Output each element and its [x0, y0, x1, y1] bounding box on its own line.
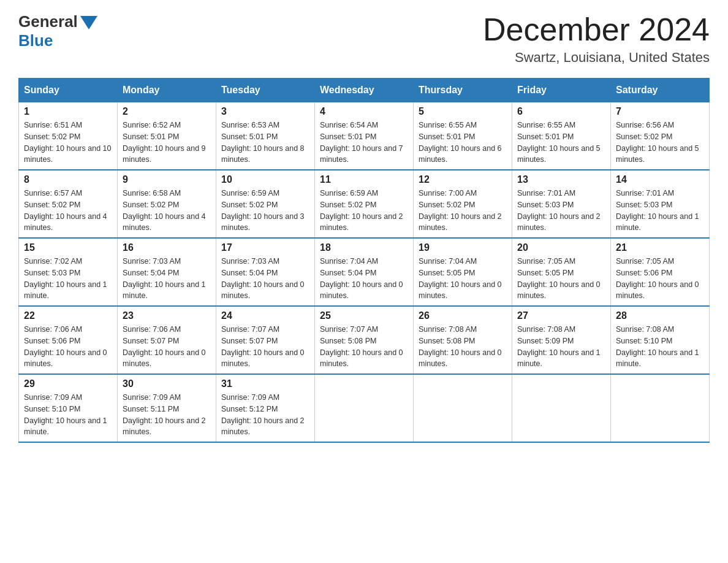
day-cell: 24Sunrise: 7:07 AMSunset: 5:07 PMDayligh… — [216, 306, 315, 374]
day-cell: 4Sunrise: 6:54 AMSunset: 5:01 PMDaylight… — [315, 102, 414, 170]
day-number: 13 — [517, 174, 605, 185]
day-number: 5 — [419, 106, 507, 117]
day-header-wednesday: Wednesday — [315, 79, 414, 102]
day-number: 16 — [123, 242, 211, 253]
day-info: Sunrise: 6:52 AMSunset: 5:01 PMDaylight:… — [123, 120, 211, 166]
week-row-2: 8Sunrise: 6:57 AMSunset: 5:02 PMDaylight… — [19, 170, 710, 238]
day-cell: 14Sunrise: 7:01 AMSunset: 5:03 PMDayligh… — [611, 170, 710, 238]
day-number: 18 — [320, 242, 408, 253]
day-header-sunday: Sunday — [19, 79, 118, 102]
day-info: Sunrise: 7:09 AMSunset: 5:10 PMDaylight:… — [24, 392, 112, 438]
day-cell: 20Sunrise: 7:05 AMSunset: 5:05 PMDayligh… — [512, 238, 611, 306]
day-info: Sunrise: 7:00 AMSunset: 5:02 PMDaylight:… — [419, 188, 507, 234]
day-header-friday: Friday — [512, 79, 611, 102]
day-number: 23 — [123, 310, 211, 321]
week-row-1: 1Sunrise: 6:51 AMSunset: 5:02 PMDaylight… — [19, 102, 710, 170]
day-cell: 18Sunrise: 7:04 AMSunset: 5:04 PMDayligh… — [315, 238, 414, 306]
day-cell: 29Sunrise: 7:09 AMSunset: 5:10 PMDayligh… — [19, 374, 118, 442]
day-cell: 17Sunrise: 7:03 AMSunset: 5:04 PMDayligh… — [216, 238, 315, 306]
day-cell: 28Sunrise: 7:08 AMSunset: 5:10 PMDayligh… — [611, 306, 710, 374]
day-number: 27 — [517, 310, 605, 321]
day-cell: 16Sunrise: 7:03 AMSunset: 5:04 PMDayligh… — [118, 238, 216, 306]
day-info: Sunrise: 7:03 AMSunset: 5:04 PMDaylight:… — [221, 256, 309, 302]
day-cell: 7Sunrise: 6:56 AMSunset: 5:02 PMDaylight… — [611, 102, 710, 170]
calendar-header: SundayMondayTuesdayWednesdayThursdayFrid… — [19, 79, 710, 102]
day-cell: 1Sunrise: 6:51 AMSunset: 5:02 PMDaylight… — [19, 102, 118, 170]
day-cell: 15Sunrise: 7:02 AMSunset: 5:03 PMDayligh… — [19, 238, 118, 306]
week-row-4: 22Sunrise: 7:06 AMSunset: 5:06 PMDayligh… — [19, 306, 710, 374]
title-area: December 2024 Swartz, Louisiana, United … — [483, 12, 710, 66]
day-number: 10 — [221, 174, 309, 185]
day-info: Sunrise: 7:07 AMSunset: 5:07 PMDaylight:… — [221, 324, 309, 370]
day-cell: 26Sunrise: 7:08 AMSunset: 5:08 PMDayligh… — [414, 306, 512, 374]
day-header-monday: Monday — [118, 79, 216, 102]
day-cell: 3Sunrise: 6:53 AMSunset: 5:01 PMDaylight… — [216, 102, 315, 170]
day-info: Sunrise: 7:08 AMSunset: 5:09 PMDaylight:… — [517, 324, 605, 370]
day-info: Sunrise: 7:04 AMSunset: 5:04 PMDaylight:… — [320, 256, 408, 302]
day-number: 12 — [419, 174, 507, 185]
day-info: Sunrise: 7:07 AMSunset: 5:08 PMDaylight:… — [320, 324, 408, 370]
day-cell: 11Sunrise: 6:59 AMSunset: 5:02 PMDayligh… — [315, 170, 414, 238]
day-info: Sunrise: 6:56 AMSunset: 5:02 PMDaylight:… — [616, 120, 704, 166]
day-info: Sunrise: 7:09 AMSunset: 5:11 PMDaylight:… — [123, 392, 211, 438]
day-info: Sunrise: 7:09 AMSunset: 5:12 PMDaylight:… — [221, 392, 309, 438]
day-number: 4 — [320, 106, 408, 117]
day-cell: 8Sunrise: 6:57 AMSunset: 5:02 PMDaylight… — [19, 170, 118, 238]
day-cell — [414, 374, 512, 442]
day-cell: 2Sunrise: 6:52 AMSunset: 5:01 PMDaylight… — [118, 102, 216, 170]
logo-triangle-icon — [80, 16, 97, 29]
calendar-table: SundayMondayTuesdayWednesdayThursdayFrid… — [18, 78, 710, 443]
day-number: 1 — [24, 106, 112, 117]
day-number: 28 — [616, 310, 704, 321]
day-number: 2 — [123, 106, 211, 117]
day-number: 21 — [616, 242, 704, 253]
day-header-tuesday: Tuesday — [216, 79, 315, 102]
day-cell: 23Sunrise: 7:06 AMSunset: 5:07 PMDayligh… — [118, 306, 216, 374]
page-header: General Blue December 2024 Swartz, Louis… — [18, 12, 710, 66]
day-cell: 12Sunrise: 7:00 AMSunset: 5:02 PMDayligh… — [414, 170, 512, 238]
day-number: 25 — [320, 310, 408, 321]
day-header-thursday: Thursday — [414, 79, 512, 102]
day-number: 14 — [616, 174, 704, 185]
day-info: Sunrise: 6:55 AMSunset: 5:01 PMDaylight:… — [419, 120, 507, 166]
day-number: 30 — [123, 378, 211, 389]
day-cell — [512, 374, 611, 442]
day-info: Sunrise: 6:59 AMSunset: 5:02 PMDaylight:… — [320, 188, 408, 234]
day-info: Sunrise: 7:01 AMSunset: 5:03 PMDaylight:… — [517, 188, 605, 234]
day-info: Sunrise: 7:01 AMSunset: 5:03 PMDaylight:… — [616, 188, 704, 234]
day-info: Sunrise: 7:06 AMSunset: 5:07 PMDaylight:… — [123, 324, 211, 370]
day-number: 3 — [221, 106, 309, 117]
logo-general-text: General — [18, 12, 78, 31]
day-number: 6 — [517, 106, 605, 117]
logo: General Blue — [18, 12, 97, 50]
day-cell: 10Sunrise: 6:59 AMSunset: 5:02 PMDayligh… — [216, 170, 315, 238]
day-info: Sunrise: 6:53 AMSunset: 5:01 PMDaylight:… — [221, 120, 309, 166]
day-info: Sunrise: 7:08 AMSunset: 5:08 PMDaylight:… — [419, 324, 507, 370]
day-number: 8 — [24, 174, 112, 185]
day-info: Sunrise: 7:04 AMSunset: 5:05 PMDaylight:… — [419, 256, 507, 302]
day-number: 26 — [419, 310, 507, 321]
day-number: 20 — [517, 242, 605, 253]
month-title: December 2024 — [483, 12, 710, 47]
day-number: 29 — [24, 378, 112, 389]
day-cell: 5Sunrise: 6:55 AMSunset: 5:01 PMDaylight… — [414, 102, 512, 170]
day-info: Sunrise: 6:54 AMSunset: 5:01 PMDaylight:… — [320, 120, 408, 166]
day-cell: 25Sunrise: 7:07 AMSunset: 5:08 PMDayligh… — [315, 306, 414, 374]
day-cell: 6Sunrise: 6:55 AMSunset: 5:01 PMDaylight… — [512, 102, 611, 170]
day-number: 24 — [221, 310, 309, 321]
day-header-row: SundayMondayTuesdayWednesdayThursdayFrid… — [19, 79, 710, 102]
day-info: Sunrise: 6:57 AMSunset: 5:02 PMDaylight:… — [24, 188, 112, 234]
day-cell: 30Sunrise: 7:09 AMSunset: 5:11 PMDayligh… — [118, 374, 216, 442]
day-cell: 27Sunrise: 7:08 AMSunset: 5:09 PMDayligh… — [512, 306, 611, 374]
day-number: 22 — [24, 310, 112, 321]
day-number: 11 — [320, 174, 408, 185]
day-number: 31 — [221, 378, 309, 389]
week-row-3: 15Sunrise: 7:02 AMSunset: 5:03 PMDayligh… — [19, 238, 710, 306]
logo-blue-text: Blue — [18, 31, 53, 50]
day-info: Sunrise: 7:03 AMSunset: 5:04 PMDaylight:… — [123, 256, 211, 302]
day-info: Sunrise: 7:05 AMSunset: 5:05 PMDaylight:… — [517, 256, 605, 302]
day-info: Sunrise: 7:06 AMSunset: 5:06 PMDaylight:… — [24, 324, 112, 370]
day-cell — [315, 374, 414, 442]
day-info: Sunrise: 6:59 AMSunset: 5:02 PMDaylight:… — [221, 188, 309, 234]
day-info: Sunrise: 6:51 AMSunset: 5:02 PMDaylight:… — [24, 120, 112, 166]
